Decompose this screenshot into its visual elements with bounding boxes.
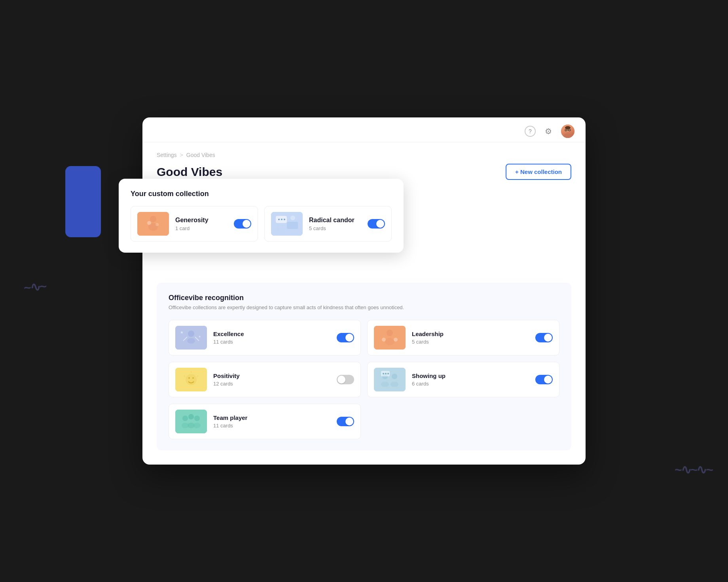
positivity-toggle[interactable]	[337, 375, 354, 384]
positivity-info: Positivity 12 cards	[213, 372, 330, 387]
custom-items-grid: Generosity 1 card	[131, 206, 392, 242]
help-icon[interactable]: ?	[525, 126, 536, 137]
svg-point-35	[192, 377, 194, 379]
main-content: Settings > Good Vibes Good Vibes + New c…	[142, 142, 586, 465]
new-collection-button[interactable]: + New collection	[506, 164, 571, 180]
excellence-name: Excellence	[213, 331, 330, 337]
svg-point-43	[383, 373, 384, 374]
svg-point-51	[194, 416, 200, 421]
avatar[interactable]	[561, 125, 574, 138]
officevibe-item-team-player: Team player 11 cards	[169, 404, 361, 439]
svg-point-19	[284, 219, 285, 220]
positivity-toggle-knob	[337, 376, 345, 384]
generosity-image	[137, 212, 169, 236]
svg-point-17	[278, 219, 280, 220]
team-player-image	[175, 410, 207, 433]
showing-up-name: Showing up	[412, 372, 529, 379]
excellence-image: ★ ★	[175, 326, 207, 350]
radical-candor-name: Radical candor	[309, 217, 361, 224]
team-player-count: 11 cards	[213, 423, 330, 429]
officevibe-item-excellence: ★ ★ Excellence 11 cards	[169, 320, 361, 355]
positivity-count: 12 cards	[213, 381, 330, 387]
svg-point-54	[193, 423, 201, 428]
svg-point-47	[391, 382, 398, 387]
svg-point-46	[381, 382, 389, 387]
settings-icon[interactable]: ⚙	[542, 125, 555, 138]
svg-point-1	[563, 133, 572, 138]
svg-rect-39	[374, 368, 406, 391]
app-window: ? ⚙ Settings	[142, 117, 586, 465]
blue-accent-decoration	[65, 166, 101, 237]
team-player-info: Team player 11 cards	[213, 414, 330, 429]
top-bar: ? ⚙	[142, 117, 586, 142]
team-player-toggle-knob	[345, 418, 353, 425]
leadership-image	[374, 326, 406, 350]
custom-item-generosity: Generosity 1 card	[131, 206, 258, 242]
custom-item-radical-candor: Radical candor 5 cards	[264, 206, 392, 242]
svg-point-18	[281, 219, 282, 220]
officevibe-description: Officevibe collections are expertly desi…	[169, 304, 559, 310]
radical-candor-toggle[interactable]	[368, 219, 385, 229]
team-player-name: Team player	[213, 414, 330, 421]
svg-point-31	[394, 338, 398, 342]
officevibe-grid: ★ ★ Excellence 11 cards	[169, 320, 559, 439]
leadership-toggle-knob	[544, 334, 552, 342]
svg-point-34	[188, 377, 190, 379]
svg-point-15	[277, 225, 283, 231]
excellence-count: 11 cards	[213, 339, 330, 345]
showing-up-image	[374, 368, 406, 391]
leadership-name: Leadership	[412, 331, 529, 337]
svg-rect-20	[175, 326, 207, 350]
svg-point-28	[387, 330, 393, 336]
squiggle-left-decoration: ~∿~	[23, 278, 46, 295]
page-header: Good Vibes + New collection	[157, 164, 571, 180]
officevibe-item-showing-up: Showing up 6 cards	[367, 362, 559, 397]
leadership-count: 5 cards	[412, 339, 529, 345]
squiggle-right-decoration: ~∿~∿~	[675, 462, 712, 477]
svg-point-30	[382, 338, 386, 342]
showing-up-toggle[interactable]	[535, 375, 553, 384]
svg-point-44	[385, 373, 387, 374]
svg-point-11	[155, 223, 159, 226]
breadcrumb-current: Good Vibes	[186, 152, 215, 158]
svg-point-21	[188, 331, 194, 337]
svg-point-10	[147, 221, 151, 225]
svg-point-45	[387, 373, 389, 374]
avatar-face	[561, 125, 574, 138]
showing-up-info: Showing up 6 cards	[412, 372, 529, 387]
svg-point-24	[187, 338, 195, 344]
svg-rect-27	[374, 326, 406, 350]
generosity-toggle[interactable]	[234, 219, 251, 229]
svg-point-50	[188, 414, 194, 419]
positivity-name: Positivity	[213, 372, 330, 379]
generosity-info: Generosity 1 card	[175, 217, 228, 231]
breadcrumb: Settings > Good Vibes	[157, 152, 571, 158]
svg-point-49	[182, 416, 188, 421]
leadership-toggle[interactable]	[535, 333, 553, 342]
showing-up-toggle-knob	[544, 376, 552, 384]
excellence-info: Excellence 11 cards	[213, 331, 330, 345]
svg-point-29	[385, 338, 394, 345]
excellence-toggle[interactable]	[337, 333, 354, 342]
svg-rect-14	[287, 222, 298, 229]
svg-text:★: ★	[198, 335, 201, 338]
generosity-name: Generosity	[175, 217, 228, 224]
svg-point-6	[565, 126, 571, 129]
team-player-toggle[interactable]	[337, 417, 354, 426]
officevibe-item-leadership: Leadership 5 cards	[367, 320, 559, 355]
officevibe-item-positivity: Positivity 12 cards	[169, 362, 361, 397]
page-title: Good Vibes	[157, 165, 222, 179]
officevibe-title: Officevibe recognition	[169, 294, 559, 302]
custom-collection-title: Your custom collection	[131, 190, 392, 198]
svg-point-33	[186, 374, 197, 385]
excellence-toggle-knob	[345, 334, 353, 342]
officevibe-section: Officevibe recognition Officevibe collec…	[157, 283, 571, 450]
radical-candor-image	[271, 212, 303, 236]
breadcrumb-parent[interactable]: Settings	[157, 152, 177, 158]
positivity-image	[175, 368, 207, 391]
custom-collection-card: Your custom collection	[119, 179, 404, 253]
leadership-info: Leadership 5 cards	[412, 331, 529, 345]
svg-point-16	[290, 215, 295, 220]
svg-rect-48	[175, 410, 207, 433]
svg-point-8	[150, 216, 156, 222]
